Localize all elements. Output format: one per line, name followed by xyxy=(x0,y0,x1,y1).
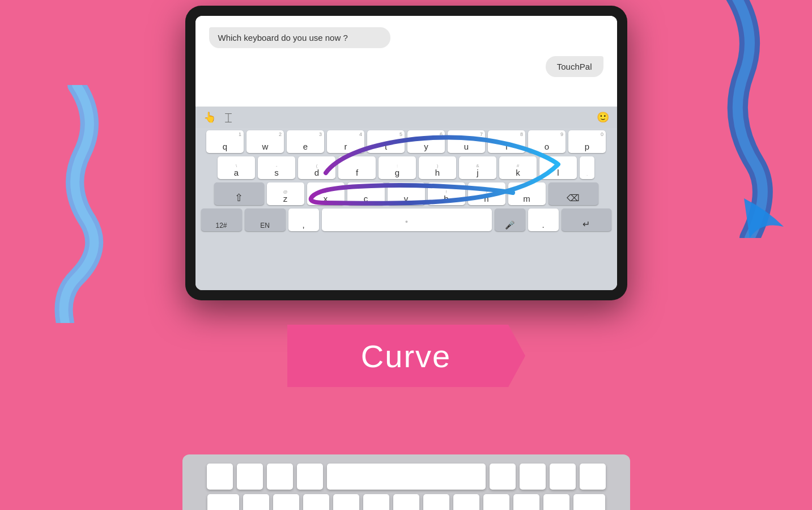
key-apos[interactable]: . xyxy=(580,156,594,179)
phys-key-q[interactable] xyxy=(267,464,293,490)
key-row-numbers: 1 q 2 w 3 e 4 r xyxy=(199,130,614,153)
key-row-asdf: \ a - s ( d f : xyxy=(199,156,614,179)
key-f[interactable]: f xyxy=(338,156,376,179)
key-p[interactable]: 0 p xyxy=(568,130,606,153)
key-o[interactable]: 9 o xyxy=(528,130,566,153)
key-w[interactable]: 2 w xyxy=(246,130,284,153)
phys-key-up[interactable] xyxy=(490,464,516,490)
key-b[interactable]: ! b xyxy=(428,182,465,205)
phys-key-shift-l[interactable] xyxy=(207,494,239,510)
chat-question-text: Which keyboard do you use now ? xyxy=(218,33,348,42)
phys-row-2 xyxy=(193,494,620,510)
phys-key-w[interactable] xyxy=(297,464,323,490)
phys-key-j-phys[interactable] xyxy=(483,494,509,510)
phys-key-s-phys[interactable] xyxy=(273,494,299,510)
chat-answer-bubble: TouchPal xyxy=(546,56,603,77)
key-mic[interactable]: 🎤 xyxy=(495,209,525,231)
key-m[interactable]: m xyxy=(508,182,546,205)
ribbon-left xyxy=(31,85,122,325)
key-a[interactable]: \ a xyxy=(218,156,255,179)
phys-key-spacebar[interactable] xyxy=(327,464,486,490)
chat-answer-text: TouchPal xyxy=(557,62,592,71)
phys-key-h-phys[interactable] xyxy=(423,494,449,510)
key-shift[interactable]: ⇧ xyxy=(214,182,264,205)
ribbon-right xyxy=(670,0,784,240)
tablet-screen: Which keyboard do you use now ? TouchPal… xyxy=(195,16,617,290)
emoji-icon: 🙂 xyxy=(597,111,609,124)
key-r[interactable]: 4 r xyxy=(327,130,364,153)
key-row-zxcv: ⇧ @ z / x c v xyxy=(199,182,614,205)
physical-keyboard xyxy=(182,454,630,510)
key-enter[interactable]: ↵ xyxy=(562,209,611,231)
key-e[interactable]: 3 e xyxy=(287,130,324,153)
key-c[interactable]: c xyxy=(347,182,385,205)
key-k[interactable]: # k xyxy=(499,156,537,179)
phys-key-i-phys[interactable] xyxy=(453,494,479,510)
key-backspace[interactable]: ⌫ xyxy=(549,182,598,205)
phys-row-1 xyxy=(193,464,620,490)
key-z[interactable]: @ z xyxy=(267,182,304,205)
key-j[interactable]: & j xyxy=(459,156,496,179)
key-y[interactable]: 6 y xyxy=(407,130,445,153)
curve-label: Curve xyxy=(287,325,525,387)
phys-key-k-phys[interactable] xyxy=(513,494,539,510)
curve-banner: Curve xyxy=(287,325,525,387)
banner-shape: Curve xyxy=(287,325,525,387)
key-space[interactable]: ● xyxy=(322,209,492,231)
phys-key-l-phys[interactable] xyxy=(543,494,569,510)
keyboard-area: 👆 ⌶ 🙂 1 q 2 w 3 xyxy=(195,107,617,290)
chat-question-bubble: Which keyboard do you use now ? xyxy=(209,27,390,48)
phys-key-g-phys[interactable] xyxy=(393,494,419,510)
phys-key-shift-r[interactable] xyxy=(573,494,605,510)
phys-key-e-phys[interactable] xyxy=(333,494,359,510)
key-s[interactable]: - s xyxy=(258,156,295,179)
hand-icon: 👆 xyxy=(203,111,216,124)
phys-key-d-phys[interactable] xyxy=(303,494,329,510)
tablet: Which keyboard do you use now ? TouchPal… xyxy=(185,6,627,300)
key-g[interactable]: : g xyxy=(379,156,416,179)
key-numpad[interactable]: 12# xyxy=(201,209,242,231)
phys-key-tab[interactable] xyxy=(207,464,233,490)
key-u[interactable]: 7 u xyxy=(448,130,485,153)
phys-key-enter-phys[interactable] xyxy=(520,464,546,490)
keyboard-toolbar: 👆 ⌶ 🙂 xyxy=(195,107,617,128)
key-period[interactable]: . xyxy=(528,209,559,231)
chat-area: Which keyboard do you use now ? TouchPal xyxy=(195,16,617,107)
key-d[interactable]: ( d xyxy=(298,156,335,179)
phys-key-a-phys[interactable] xyxy=(243,494,269,510)
key-comma[interactable]: , xyxy=(288,209,319,231)
key-l[interactable]: ; l xyxy=(539,156,577,179)
phys-key-caps[interactable] xyxy=(237,464,263,490)
key-t[interactable]: 5 t xyxy=(367,130,405,153)
key-q[interactable]: 1 q xyxy=(206,130,244,153)
phys-key-f-phys[interactable] xyxy=(363,494,389,510)
key-lang[interactable]: EN xyxy=(245,209,286,231)
cursor-icon: ⌶ xyxy=(225,111,232,124)
keyboard-rows: 1 q 2 w 3 e 4 r xyxy=(195,128,617,290)
key-row-bottom: 12# EN , ● 🎤 . xyxy=(199,209,614,231)
key-i[interactable]: 8 i xyxy=(488,130,525,153)
key-h[interactable]: ) h xyxy=(419,156,456,179)
key-v[interactable]: v xyxy=(388,182,425,205)
key-x[interactable]: / x xyxy=(307,182,345,205)
key-n[interactable]: ? n xyxy=(468,182,505,205)
phys-key-r1-extra[interactable] xyxy=(550,464,576,490)
phys-key-r1-extra2[interactable] xyxy=(580,464,606,490)
